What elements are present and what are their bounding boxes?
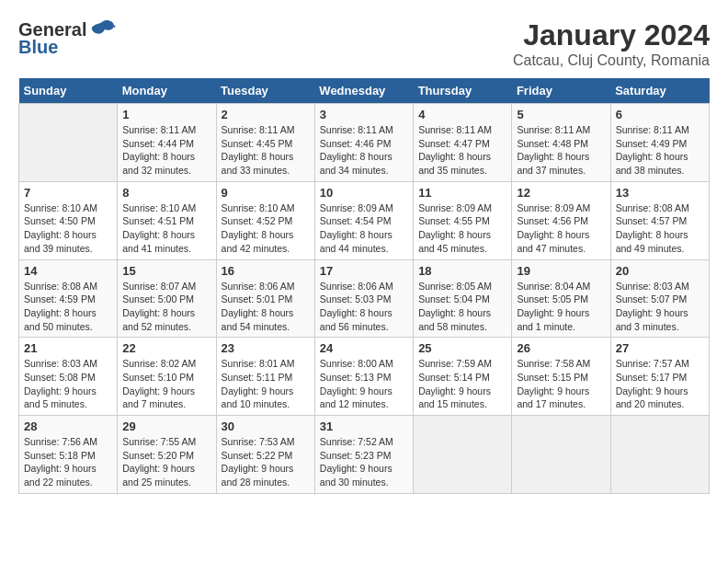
sunset-text: Sunset: 5:13 PM [320, 372, 392, 383]
day-info: Sunrise: 7:55 AM Sunset: 5:20 PM Dayligh… [122, 435, 210, 489]
column-header-friday: Friday [512, 78, 610, 104]
calendar-cell: 5 Sunrise: 8:11 AM Sunset: 4:48 PM Dayli… [512, 104, 610, 182]
calendar-cell: 21 Sunrise: 8:03 AM Sunset: 5:08 PM Dayl… [19, 338, 118, 416]
day-number: 14 [24, 264, 112, 278]
sunrise-text: Sunrise: 7:55 AM [122, 436, 196, 447]
column-header-tuesday: Tuesday [216, 78, 314, 104]
daylight-text: Daylight: 9 hours and 28 minutes. [222, 463, 294, 488]
day-info: Sunrise: 8:00 AM Sunset: 5:13 PM Dayligh… [320, 357, 408, 411]
calendar-cell: 9 Sunrise: 8:10 AM Sunset: 4:52 PM Dayli… [216, 181, 314, 259]
sunrise-text: Sunrise: 7:59 AM [418, 358, 492, 369]
day-number: 27 [616, 341, 704, 355]
calendar-cell: 29 Sunrise: 7:55 AM Sunset: 5:20 PM Dayl… [118, 416, 216, 494]
sunset-text: Sunset: 5:22 PM [222, 450, 293, 461]
calendar-cell: 2 Sunrise: 8:11 AM Sunset: 4:45 PM Dayli… [216, 104, 314, 182]
day-info: Sunrise: 8:09 AM Sunset: 4:54 PM Dayligh… [320, 201, 408, 256]
calendar-cell [512, 416, 610, 494]
day-info: Sunrise: 8:11 AM Sunset: 4:49 PM Dayligh… [616, 123, 704, 178]
day-number: 21 [24, 341, 112, 355]
sunset-text: Sunset: 5:08 PM [24, 372, 96, 383]
day-info: Sunrise: 8:11 AM Sunset: 4:44 PM Dayligh… [122, 123, 210, 178]
calendar-cell: 30 Sunrise: 7:53 AM Sunset: 5:22 PM Dayl… [216, 416, 314, 494]
day-number: 30 [222, 419, 310, 433]
calendar-week-row: 28 Sunrise: 7:56 AM Sunset: 5:18 PM Dayl… [19, 416, 710, 494]
sunrise-text: Sunrise: 8:11 AM [122, 124, 196, 135]
day-number: 11 [418, 186, 506, 200]
daylight-text: Daylight: 8 hours and 50 minutes. [24, 307, 97, 332]
daylight-text: Daylight: 9 hours and 22 minutes. [24, 463, 97, 488]
sunset-text: Sunset: 4:56 PM [517, 215, 588, 226]
day-info: Sunrise: 8:10 AM Sunset: 4:52 PM Dayligh… [222, 201, 310, 256]
day-number: 5 [517, 108, 605, 121]
sunset-text: Sunset: 5:05 PM [517, 293, 588, 304]
column-header-saturday: Saturday [610, 78, 709, 104]
day-number: 18 [418, 264, 506, 278]
day-number: 15 [122, 264, 210, 278]
day-number: 10 [320, 186, 408, 200]
calendar-cell: 31 Sunrise: 7:52 AM Sunset: 5:23 PM Dayl… [314, 416, 413, 494]
day-info: Sunrise: 8:08 AM Sunset: 4:57 PM Dayligh… [616, 201, 704, 256]
daylight-text: Daylight: 9 hours and 30 minutes. [320, 463, 392, 488]
daylight-text: Daylight: 8 hours and 49 minutes. [616, 229, 688, 254]
calendar-cell: 1 Sunrise: 8:11 AM Sunset: 4:44 PM Dayli… [118, 104, 216, 182]
calendar-cell: 4 Sunrise: 8:11 AM Sunset: 4:47 PM Dayli… [414, 104, 512, 182]
calendar-cell [610, 416, 709, 494]
sunset-text: Sunset: 5:01 PM [222, 293, 293, 304]
logo-blue: Blue [18, 37, 58, 58]
day-info: Sunrise: 7:58 AM Sunset: 5:15 PM Dayligh… [517, 357, 605, 411]
day-number: 13 [616, 186, 704, 200]
daylight-text: Daylight: 9 hours and 5 minutes. [24, 385, 97, 410]
calendar-week-row: 7 Sunrise: 8:10 AM Sunset: 4:50 PM Dayli… [19, 181, 710, 259]
daylight-text: Daylight: 9 hours and 25 minutes. [122, 463, 195, 488]
sunset-text: Sunset: 5:14 PM [418, 372, 490, 383]
calendar-week-row: 21 Sunrise: 8:03 AM Sunset: 5:08 PM Dayl… [19, 338, 710, 416]
sunrise-text: Sunrise: 8:04 AM [517, 281, 590, 292]
calendar-cell: 10 Sunrise: 8:09 AM Sunset: 4:54 PM Dayl… [314, 181, 413, 259]
sunset-text: Sunset: 4:55 PM [418, 215, 490, 226]
sunset-text: Sunset: 5:23 PM [320, 450, 392, 461]
calendar-cell [414, 416, 512, 494]
daylight-text: Daylight: 8 hours and 45 minutes. [418, 229, 491, 254]
sunrise-text: Sunrise: 8:05 AM [418, 281, 492, 292]
calendar-cell: 3 Sunrise: 8:11 AM Sunset: 4:46 PM Dayli… [314, 104, 413, 182]
daylight-text: Daylight: 8 hours and 37 minutes. [517, 151, 589, 176]
day-number: 3 [320, 108, 408, 121]
sunrise-text: Sunrise: 8:11 AM [222, 124, 295, 135]
day-info: Sunrise: 7:57 AM Sunset: 5:17 PM Dayligh… [616, 357, 704, 411]
sunset-text: Sunset: 5:00 PM [122, 293, 194, 304]
day-number: 24 [320, 341, 408, 355]
column-header-thursday: Thursday [414, 78, 512, 104]
daylight-text: Daylight: 8 hours and 42 minutes. [222, 229, 294, 254]
day-info: Sunrise: 7:52 AM Sunset: 5:23 PM Dayligh… [320, 435, 408, 489]
calendar-cell: 15 Sunrise: 8:07 AM Sunset: 5:00 PM Dayl… [118, 259, 216, 338]
sunrise-text: Sunrise: 8:00 AM [320, 358, 393, 369]
sunset-text: Sunset: 5:04 PM [418, 293, 490, 304]
calendar-cell: 27 Sunrise: 7:57 AM Sunset: 5:17 PM Dayl… [610, 338, 709, 416]
calendar-subtitle: Catcau, Cluj County, Romania [513, 52, 710, 69]
sunrise-text: Sunrise: 8:09 AM [418, 202, 492, 213]
day-number: 9 [222, 186, 310, 200]
calendar-title: January 2024 [513, 18, 710, 52]
sunset-text: Sunset: 4:44 PM [122, 138, 194, 149]
day-info: Sunrise: 8:02 AM Sunset: 5:10 PM Dayligh… [122, 357, 210, 411]
calendar-cell: 18 Sunrise: 8:05 AM Sunset: 5:04 PM Dayl… [414, 259, 512, 338]
sunrise-text: Sunrise: 8:10 AM [24, 202, 97, 213]
sunset-text: Sunset: 5:18 PM [24, 450, 96, 461]
calendar-cell: 12 Sunrise: 8:09 AM Sunset: 4:56 PM Dayl… [512, 181, 610, 259]
sunrise-text: Sunrise: 7:52 AM [320, 436, 393, 447]
daylight-text: Daylight: 8 hours and 47 minutes. [517, 229, 589, 254]
day-info: Sunrise: 8:11 AM Sunset: 4:46 PM Dayligh… [320, 123, 408, 178]
calendar-cell: 23 Sunrise: 8:01 AM Sunset: 5:11 PM Dayl… [216, 338, 314, 416]
calendar-cell: 6 Sunrise: 8:11 AM Sunset: 4:49 PM Dayli… [610, 104, 709, 182]
sunrise-text: Sunrise: 8:10 AM [122, 202, 196, 213]
calendar-header-row: SundayMondayTuesdayWednesdayThursdayFrid… [19, 78, 710, 104]
day-number: 28 [24, 419, 112, 433]
sunrise-text: Sunrise: 8:07 AM [122, 281, 196, 292]
column-header-sunday: Sunday [19, 78, 118, 104]
day-number: 17 [320, 264, 408, 278]
day-number: 1 [122, 108, 210, 121]
sunset-text: Sunset: 4:45 PM [222, 138, 293, 149]
sunset-text: Sunset: 4:50 PM [24, 215, 96, 226]
sunset-text: Sunset: 5:10 PM [122, 372, 194, 383]
sunset-text: Sunset: 4:46 PM [320, 138, 392, 149]
